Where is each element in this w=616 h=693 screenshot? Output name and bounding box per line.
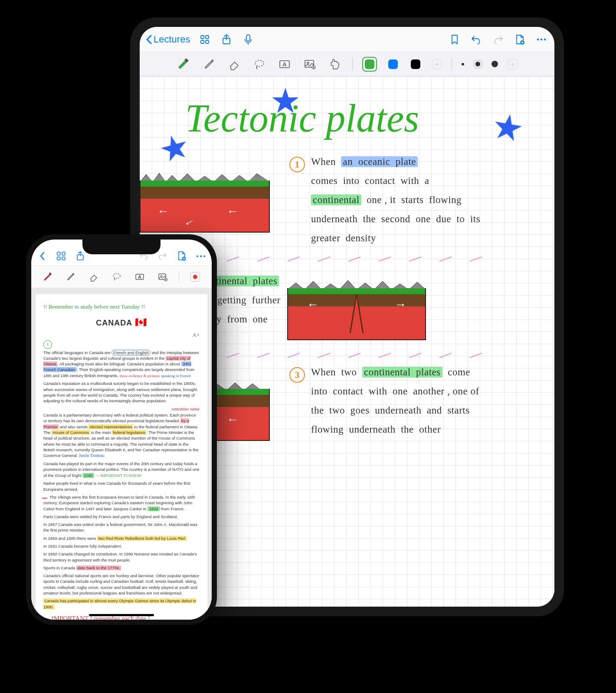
share-icon[interactable] <box>220 33 233 46</box>
svg-rect-19 <box>57 257 60 260</box>
iphone-screen: A !! Remember to study before next Tuesd… <box>31 240 212 620</box>
more-icon[interactable] <box>194 250 207 263</box>
margin-annotation: Justin Trudeau <box>79 453 105 458</box>
color-swatch-green[interactable] <box>362 57 377 72</box>
color-swatch-black[interactable] <box>409 58 422 71</box>
grid-icon[interactable] <box>55 250 68 263</box>
undo-icon[interactable] <box>469 33 483 46</box>
margin-annotation: remember name <box>43 406 200 413</box>
ipad-top-nav: Lectures <box>140 27 554 52</box>
diagram-divergent: ← → <box>287 275 426 340</box>
doc-para: In 1867 Canada was united under a federa… <box>43 522 200 533</box>
grade-annotation: A+ <box>43 331 200 339</box>
section-divider <box>196 253 537 262</box>
lasso-tool[interactable] <box>110 270 124 284</box>
add-page-icon[interactable] <box>513 33 527 46</box>
back-label: Lectures <box>154 34 190 45</box>
pen-tool[interactable] <box>201 56 217 72</box>
svg-rect-1 <box>206 36 209 39</box>
pencil-tool[interactable] <box>64 270 78 284</box>
image-tool[interactable] <box>302 56 318 72</box>
pointer-tool[interactable] <box>327 56 343 72</box>
doc-title: CANADA 🇨🇦 <box>43 315 200 329</box>
toolbar-divider <box>179 271 179 282</box>
svg-rect-3 <box>206 40 209 43</box>
note-title: Tectonic plates <box>185 96 419 141</box>
margin-annotation: speaking in French <box>161 374 190 378</box>
more-icon[interactable] <box>534 33 548 46</box>
brush-size-large[interactable] <box>491 61 498 67</box>
toolbar-divider <box>452 58 452 71</box>
flag-icon: 🇨🇦 <box>135 317 147 328</box>
doc-para: Canada has played its part in the major … <box>43 461 200 478</box>
doc-para: Canada's reputation as a multicultural s… <box>43 381 200 404</box>
iphone-tools-toolbar: A <box>31 266 212 288</box>
svg-point-23 <box>197 255 198 257</box>
section-divider <box>196 350 537 358</box>
doc-para: The official languages in Canada are Fre… <box>43 350 200 379</box>
annotated-document: !! Remember to study before next Tuesday… <box>36 294 207 620</box>
back-icon[interactable] <box>36 250 49 263</box>
doc-para: In 1982 Canada changed its constitution.… <box>43 551 200 563</box>
text-box-tool[interactable]: A <box>133 270 147 284</box>
svg-rect-5 <box>246 35 250 41</box>
svg-point-7 <box>537 38 539 40</box>
margin-annotation: → IMPORTANT TO KNOW <box>95 473 142 478</box>
svg-rect-20 <box>62 257 65 260</box>
bullet-1: 1 <box>289 157 305 172</box>
svg-point-8 <box>541 38 542 40</box>
svg-rect-17 <box>57 252 60 255</box>
svg-point-11 <box>255 60 264 66</box>
doc-para: In 1869 and 1885 there were two Red Rive… <box>43 535 200 541</box>
doc-para: The Vikings were the first Europeans kno… <box>43 494 200 512</box>
svg-text:A: A <box>282 61 287 68</box>
svg-point-24 <box>200 255 202 257</box>
svg-point-9 <box>544 38 546 40</box>
add-color[interactable]: + <box>432 59 442 69</box>
note-text-1: When an oceanic platecomes into contact … <box>311 152 545 248</box>
iphone-device: A !! Remember to study before next Tuesd… <box>26 234 217 625</box>
image-tool[interactable] <box>156 270 170 284</box>
doc-para: Canada's official national sports are ic… <box>43 573 200 596</box>
redo-icon[interactable] <box>156 250 169 263</box>
bookmark-icon[interactable] <box>448 33 462 46</box>
reminder-annotation: !! Remember to study before next Tuesday… <box>43 303 200 311</box>
back-button[interactable]: Lectures <box>146 34 190 45</box>
doc-para: Native people lived in what is now Canad… <box>43 480 200 492</box>
svg-rect-0 <box>201 36 204 39</box>
svg-rect-18 <box>62 252 65 255</box>
add-page-icon[interactable] <box>175 250 188 263</box>
grid-icon[interactable] <box>198 33 212 46</box>
doc-para: Canada has participated in almost every … <box>43 598 200 610</box>
doc-para: In 1931 Canada became fully independent. <box>43 543 200 549</box>
pen-tool[interactable] <box>41 270 55 284</box>
eraser-tool[interactable] <box>87 270 101 284</box>
margin-annotation: show evidence & pictures <box>119 374 160 378</box>
color-swatch-blue[interactable] <box>387 58 400 71</box>
doc-para: Canada is a parliamentary democracy with… <box>43 412 200 459</box>
toolbar-divider <box>352 58 353 71</box>
lasso-tool[interactable] <box>252 56 267 72</box>
star-decoration: ★ <box>488 104 527 150</box>
svg-point-25 <box>203 255 205 257</box>
brush-size-small[interactable] <box>462 63 464 66</box>
section-num-1: 1 <box>43 340 52 349</box>
diagram-subduction: ← ← ← <box>140 168 270 233</box>
svg-text:A: A <box>138 274 141 279</box>
bullet-3: 3 <box>289 367 305 383</box>
chevron-left-icon <box>146 35 152 44</box>
highlighter-tool[interactable] <box>176 56 192 72</box>
iphone-note-canvas[interactable]: !! Remember to study before next Tuesday… <box>31 288 212 620</box>
home-indicator[interactable] <box>89 614 154 616</box>
svg-point-31 <box>161 276 162 277</box>
svg-point-15 <box>307 62 309 64</box>
eraser-tool[interactable] <box>226 56 242 72</box>
brush-size-medium[interactable] <box>474 60 482 68</box>
record-button[interactable] <box>188 270 202 284</box>
redo-icon[interactable] <box>491 33 505 46</box>
text-box-tool[interactable]: A <box>277 56 292 72</box>
add-brush-size[interactable]: + <box>508 59 518 69</box>
mic-icon[interactable] <box>241 33 255 46</box>
note-text-3: When two continental plates comeinto con… <box>311 363 554 439</box>
svg-point-27 <box>113 274 120 279</box>
